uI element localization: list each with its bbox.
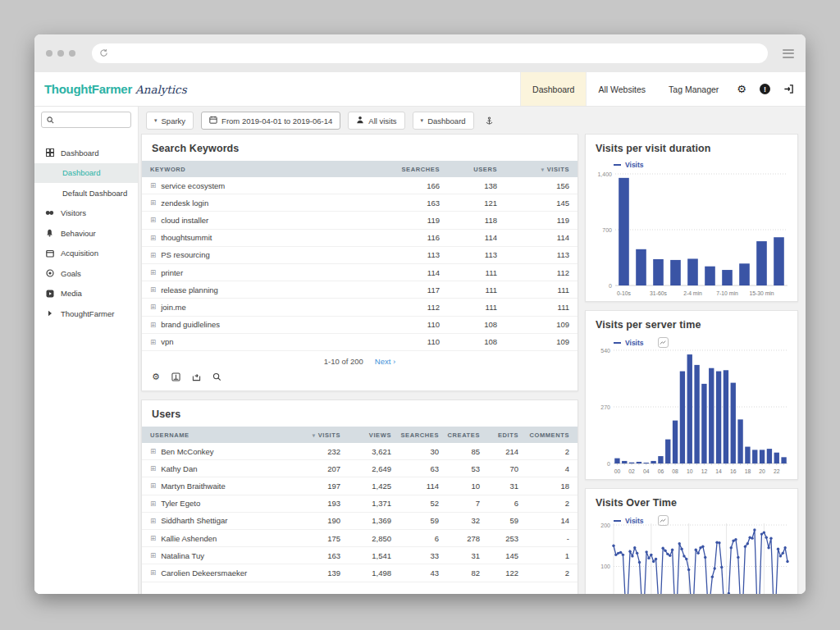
keyword-row[interactable]: ⊞vpn110108109 bbox=[142, 334, 578, 351]
column-header-comments[interactable]: COMMENTS bbox=[518, 431, 569, 439]
column-header-users[interactable]: USERS bbox=[440, 166, 497, 173]
pagination-next-link[interactable]: Next › bbox=[375, 357, 395, 366]
widget-settings-gear-icon[interactable]: ⚙ bbox=[152, 372, 160, 382]
user-row[interactable]: ⊞Kallie Ashenden1752,8506278253- bbox=[142, 530, 578, 547]
segment-label: Sparky bbox=[162, 116, 186, 126]
column-header-searches[interactable]: SEARCHES bbox=[391, 431, 439, 439]
overtime-chart-legend[interactable]: Visits bbox=[614, 515, 669, 526]
search-icon[interactable] bbox=[212, 372, 221, 381]
column-header-username[interactable]: USERNAME bbox=[150, 431, 294, 439]
column-header-views[interactable]: VIEWS bbox=[340, 431, 391, 439]
keyword-row[interactable]: ⊞release planning117111111 bbox=[142, 281, 578, 299]
expand-icon[interactable]: ⊞ bbox=[150, 181, 156, 189]
row-value: 2 bbox=[518, 568, 569, 578]
keyword-row[interactable]: ⊞thoughtsummit116114114 bbox=[142, 230, 578, 247]
nav-dashboard[interactable]: Dashboard bbox=[520, 72, 587, 106]
row-label: ⊞release planning bbox=[150, 285, 354, 294]
svg-text:2-4 min: 2-4 min bbox=[683, 290, 702, 296]
goals-icon bbox=[45, 269, 54, 277]
expand-icon[interactable]: ⊞ bbox=[150, 447, 156, 455]
sidebar-item-behaviour[interactable]: Behaviour bbox=[34, 223, 138, 244]
server-chart-legend[interactable]: Visits bbox=[614, 337, 669, 348]
duration-chart-legend[interactable]: Visits bbox=[614, 161, 644, 169]
sidebar-item-visitors[interactable]: Visitors bbox=[34, 203, 138, 224]
sidebar-item-thoughtfarmer[interactable]: ThoughtFarmer bbox=[34, 304, 138, 324]
keyword-row[interactable]: ⊞join.me112111111 bbox=[142, 299, 578, 316]
sidebar-item-dashboard[interactable]: Dashboard bbox=[34, 163, 138, 184]
browser-menu-icon[interactable] bbox=[783, 47, 794, 60]
row-value: 82 bbox=[439, 568, 480, 578]
sidebar-item-goals[interactable]: Goals bbox=[34, 263, 138, 284]
expand-icon[interactable]: ⊞ bbox=[150, 534, 156, 542]
keyword-row[interactable]: ⊞brand guidlelines110108109 bbox=[142, 317, 578, 334]
sidebar-item-media[interactable]: Media bbox=[34, 284, 138, 304]
sidebar-search-input[interactable] bbox=[57, 116, 126, 124]
expand-icon[interactable]: ⊞ bbox=[150, 268, 156, 276]
expand-icon[interactable]: ⊞ bbox=[150, 482, 156, 490]
settings-gear-icon[interactable]: ⚙ bbox=[737, 72, 746, 106]
expand-icon[interactable]: ⊞ bbox=[150, 338, 156, 346]
expand-icon[interactable]: ⊞ bbox=[150, 568, 156, 577]
keyword-row[interactable]: ⊞service ecosystem166138156 bbox=[142, 177, 578, 194]
reload-icon[interactable] bbox=[99, 46, 108, 61]
sidebar-item-label: ThoughtFarmer bbox=[61, 309, 114, 318]
column-header-creates[interactable]: CREATES bbox=[439, 431, 480, 439]
sidebar-item-acquisition[interactable]: Acquisition bbox=[34, 244, 138, 264]
segment-selector-button[interactable]: ▾ Sparky bbox=[146, 112, 194, 130]
window-close-button[interactable] bbox=[46, 50, 52, 57]
date-range-button[interactable]: From 2019-04-01 to 2019-06-14 bbox=[201, 112, 340, 130]
row-label: ⊞Siddharth Shettigar bbox=[150, 516, 294, 525]
expand-icon[interactable]: ⊞ bbox=[150, 321, 156, 329]
column-header-edits[interactable]: EDITS bbox=[480, 431, 518, 439]
top-navigation: Dashboard All Websites Tag Manager ⚙ ! bbox=[520, 72, 806, 106]
expand-icon[interactable]: ⊞ bbox=[150, 234, 156, 242]
keywords-table-header[interactable]: KEYWORDSEARCHESUSERS▾VISITS bbox=[142, 161, 578, 177]
expand-icon[interactable]: ⊞ bbox=[150, 551, 156, 559]
nav-all-websites[interactable]: All Websites bbox=[587, 72, 657, 106]
expand-icon[interactable]: ⊞ bbox=[150, 500, 156, 508]
users-table-header[interactable]: USERNAME▾VISITSVIEWSSEARCHESCREATESEDITS… bbox=[142, 427, 578, 443]
column-header-visits[interactable]: ▾VISITS bbox=[294, 431, 340, 439]
keyword-row[interactable]: ⊞printer114111112 bbox=[142, 264, 578, 281]
user-row[interactable]: ⊞Natalina Tuy1631,54133311451 bbox=[142, 547, 578, 564]
export-image-icon[interactable] bbox=[658, 515, 669, 526]
expand-icon[interactable]: ⊞ bbox=[150, 251, 156, 259]
user-row[interactable]: ⊞Martyn Braithwaite1971,425114103118 bbox=[142, 477, 578, 495]
window-minimize-button[interactable] bbox=[57, 50, 64, 57]
export-image-icon[interactable] bbox=[658, 337, 669, 348]
app-logo[interactable]: ThoughtFarmer Analytics bbox=[34, 72, 187, 106]
column-header-keyword[interactable]: KEYWORD bbox=[150, 166, 354, 173]
nav-tag-manager[interactable]: Tag Manager bbox=[657, 72, 730, 106]
visits-filter-button[interactable]: All visits bbox=[348, 112, 404, 130]
expand-icon[interactable]: ⊞ bbox=[150, 464, 156, 472]
sidebar-search[interactable] bbox=[41, 112, 131, 128]
signout-icon[interactable] bbox=[783, 72, 794, 106]
user-row[interactable]: ⊞Tyler Egeto1931,37152762 bbox=[142, 495, 578, 513]
expand-icon[interactable]: ⊞ bbox=[150, 199, 156, 207]
expand-icon[interactable]: ⊞ bbox=[150, 517, 156, 525]
export-image-icon[interactable] bbox=[171, 372, 180, 381]
info-icon[interactable]: ! bbox=[760, 72, 770, 106]
url-bar[interactable] bbox=[92, 43, 768, 63]
keyword-row[interactable]: ⊞zendesk login163121145 bbox=[142, 194, 578, 212]
keyword-row[interactable]: ⊞PS resourcing113113113 bbox=[142, 247, 578, 264]
svg-text:20: 20 bbox=[759, 468, 765, 474]
column-header-searches[interactable]: SEARCHES bbox=[354, 166, 440, 173]
sort-caret-icon: ▾ bbox=[313, 432, 316, 438]
column-header-visits[interactable]: ▾VISITS bbox=[497, 166, 569, 173]
user-row[interactable]: ⊞Siddharth Shettigar1901,36959325914 bbox=[142, 513, 578, 530]
dashboard-selector-button[interactable]: ▾ Dashboard bbox=[413, 112, 474, 130]
user-row[interactable]: ⊞Kathy Dan2072,6496353704 bbox=[142, 460, 578, 477]
user-row[interactable]: ⊞Carolien Dekeersmaeker1391,49843821222 bbox=[142, 564, 578, 582]
window-maximize-button[interactable] bbox=[69, 50, 75, 57]
sidebar-item-default-dashboard[interactable]: Default Dashboard bbox=[34, 183, 138, 203]
user-row[interactable]: ⊞Ben McConkey2323,62130852142 bbox=[142, 443, 578, 460]
expand-icon[interactable]: ⊞ bbox=[150, 285, 156, 294]
svg-text:700: 700 bbox=[602, 227, 612, 233]
expand-icon[interactable]: ⊞ bbox=[150, 303, 156, 311]
keyword-row[interactable]: ⊞cloud installer119118119 bbox=[142, 212, 578, 229]
sidebar-item-dashboard[interactable]: Dashboard bbox=[34, 143, 138, 163]
export-data-icon[interactable] bbox=[192, 372, 201, 381]
anchor-icon[interactable] bbox=[482, 112, 497, 130]
expand-icon[interactable]: ⊞ bbox=[150, 216, 156, 224]
